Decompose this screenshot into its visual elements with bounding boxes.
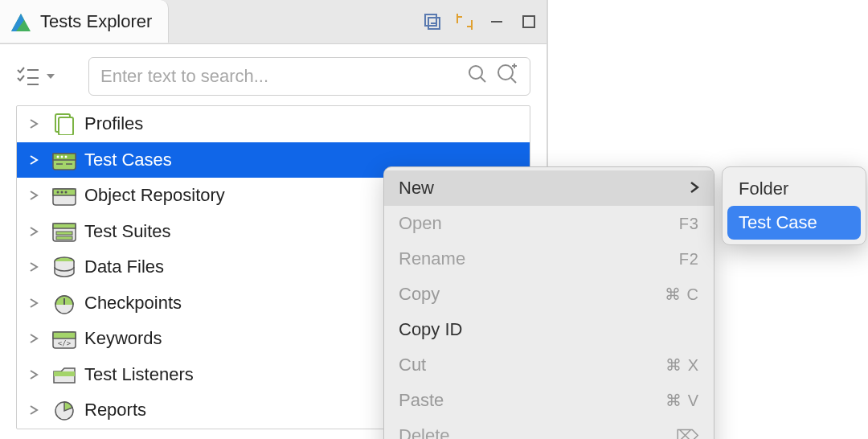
menu-shortcut: F3: [679, 215, 699, 233]
submenu-item-label: Test Case: [739, 212, 817, 233]
tab-tests-explorer[interactable]: Tests Explorer: [0, 0, 169, 43]
menu-item-label: Open: [399, 213, 442, 234]
chevron-right-icon[interactable]: [23, 226, 44, 237]
menu-item-label: Copy ID: [399, 319, 462, 340]
svg-point-18: [57, 155, 59, 158]
tree-item-profiles[interactable]: Profiles: [17, 106, 530, 142]
chevron-right-icon: [690, 178, 699, 199]
submenu-item-test-case[interactable]: Test Case: [727, 206, 861, 240]
svg-rect-24: [53, 189, 76, 195]
checkpoints-icon: [51, 291, 78, 315]
search-icon[interactable]: [467, 64, 488, 89]
context-menu: New Open F3 Rename F2 Copy ⌘ C Copy ID C…: [383, 166, 714, 439]
maximize-icon[interactable]: [518, 10, 540, 33]
menu-item-label: Rename: [399, 248, 465, 269]
objectrepo-icon: [51, 183, 78, 207]
app-logo-icon: [10, 10, 32, 33]
tree-item-label: Keywords: [84, 328, 162, 349]
menu-shortcut: F2: [679, 250, 699, 269]
svg-rect-36: [53, 332, 76, 338]
checklist-icon: [16, 66, 40, 87]
tree-item-label: Object Repository: [84, 185, 225, 206]
tab-bar: Tests Explorer: [0, 0, 547, 44]
menu-item-open[interactable]: Open F3: [384, 206, 714, 241]
svg-point-8: [469, 66, 482, 79]
toolbar: [421, 0, 540, 43]
filter-button[interactable]: [16, 66, 79, 87]
svg-point-27: [65, 191, 68, 194]
svg-point-25: [57, 191, 59, 194]
menu-item-label: Paste: [399, 390, 444, 411]
svg-point-20: [65, 155, 68, 158]
profiles-icon: [51, 112, 78, 136]
chevron-right-icon[interactable]: [23, 369, 44, 380]
testcases-icon: [51, 148, 78, 172]
search-area: [0, 44, 547, 104]
tree-item-label: Reports: [84, 400, 146, 421]
svg-point-19: [61, 155, 63, 158]
submenu-item-label: Folder: [739, 178, 788, 199]
chevron-right-icon[interactable]: [23, 404, 44, 416]
testsuites-icon: [51, 220, 78, 244]
svg-rect-38: [54, 371, 75, 376]
chevron-right-icon[interactable]: [23, 297, 44, 309]
tree-item-label: Test Listeners: [84, 364, 194, 385]
menu-item-label: Copy: [399, 284, 440, 305]
svg-point-26: [61, 191, 63, 194]
link-editor-icon[interactable]: [453, 10, 476, 33]
tree-item-label: Checkpoints: [84, 293, 182, 314]
menu-item-label: Delete: [399, 425, 450, 439]
chevron-right-icon[interactable]: [23, 118, 44, 129]
menu-item-rename[interactable]: Rename F2: [384, 241, 714, 277]
menu-shortcut: ⌘ C: [665, 285, 699, 304]
svg-point-10: [498, 65, 513, 80]
chevron-down-icon: [45, 71, 56, 82]
datafiles-icon: [51, 255, 78, 279]
svg-rect-30: [56, 232, 72, 235]
tree-item-label: Test Cases: [84, 150, 172, 170]
keywords-icon: </>: [51, 326, 78, 351]
svg-rect-31: [56, 236, 72, 240]
menu-item-copy-id[interactable]: Copy ID: [384, 312, 714, 347]
chevron-right-icon[interactable]: [23, 190, 44, 201]
svg-rect-15: [59, 117, 73, 135]
menu-item-paste[interactable]: Paste ⌘ V: [384, 383, 714, 418]
minimize-icon[interactable]: [485, 10, 508, 33]
chevron-right-icon[interactable]: [23, 261, 44, 273]
submenu-new: Folder Test Case: [722, 166, 866, 245]
search-input[interactable]: [100, 66, 459, 87]
menu-item-new[interactable]: New: [384, 170, 714, 206]
menu-item-label: Cut: [399, 355, 426, 375]
tree-item-label: Data Files: [84, 256, 164, 277]
search-box: [88, 57, 530, 96]
chevron-right-icon[interactable]: [23, 154, 44, 166]
chevron-right-icon[interactable]: [23, 333, 44, 344]
submenu-item-folder[interactable]: Folder: [727, 172, 861, 206]
menu-shortcut: ⌘ V: [665, 391, 699, 410]
svg-rect-29: [53, 224, 76, 228]
tab-title: Tests Explorer: [40, 11, 152, 32]
menu-item-label: New: [399, 178, 434, 199]
tree-item-label: Profiles: [84, 113, 143, 134]
listeners-icon: [51, 363, 78, 387]
menu-shortcut: ⌦: [676, 426, 699, 439]
svg-rect-4: [523, 16, 534, 27]
menu-item-cut[interactable]: Cut ⌘ X: [384, 347, 714, 383]
tree-item-label: Test Suites: [84, 221, 171, 242]
svg-line-9: [481, 77, 485, 82]
svg-line-11: [511, 78, 516, 83]
reports-icon: [51, 398, 78, 422]
search-plus-icon[interactable]: [496, 63, 518, 90]
collapse-all-icon[interactable]: [421, 10, 444, 33]
menu-item-delete[interactable]: Delete ⌦: [384, 418, 714, 439]
svg-text:</>: </>: [58, 339, 72, 347]
menu-shortcut: ⌘ X: [665, 355, 699, 375]
menu-item-copy[interactable]: Copy ⌘ C: [384, 277, 714, 312]
svg-rect-17: [53, 154, 76, 160]
